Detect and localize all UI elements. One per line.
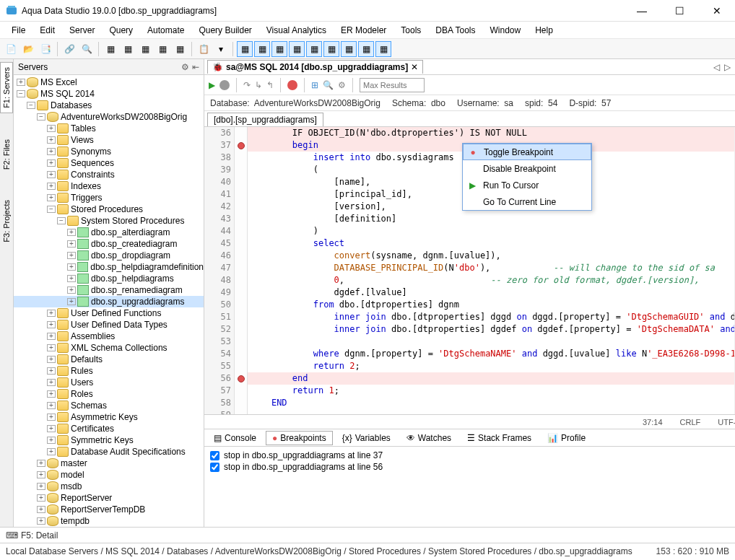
tree-node[interactable]: +Users bbox=[14, 377, 204, 388]
breakpoint-button[interactable] bbox=[287, 80, 297, 90]
debug-tab-watches[interactable]: 👁Watches bbox=[400, 431, 458, 445]
tree-node[interactable]: −MS SQL 2014 bbox=[14, 88, 204, 100]
toolbar-button[interactable]: 📂 bbox=[20, 41, 36, 57]
stop-button[interactable] bbox=[219, 80, 230, 90]
maximize-button[interactable]: ☐ bbox=[667, 5, 692, 17]
toolbar-view-button[interactable]: ▦ bbox=[289, 41, 305, 57]
toolbar-button[interactable]: ▦ bbox=[172, 41, 188, 57]
debug-tab-console[interactable]: ▤Console bbox=[207, 431, 263, 445]
toolbar-button[interactable]: 🔍 bbox=[79, 41, 95, 57]
tree-node[interactable]: +Synonyms bbox=[14, 146, 204, 157]
tree-node[interactable]: +tempdb bbox=[14, 515, 204, 527]
prev-tab-icon[interactable]: ◁ bbox=[713, 62, 720, 72]
tree-node[interactable]: +dbo.sp_alterdiagram bbox=[14, 227, 204, 238]
tree-node[interactable]: +dbo.sp_renamediagram bbox=[14, 284, 204, 296]
max-results-input[interactable] bbox=[360, 78, 425, 92]
menu-query[interactable]: Query bbox=[103, 24, 139, 37]
toolbar-view-button[interactable]: ▦ bbox=[358, 41, 374, 57]
breakpoint-checkbox[interactable] bbox=[210, 463, 219, 472]
toolbar-button[interactable]: 📋 bbox=[196, 41, 212, 57]
tree-node[interactable]: +Certificates bbox=[14, 423, 204, 434]
menu-dba-tools[interactable]: DBA Tools bbox=[430, 24, 481, 37]
toolbar-view-button[interactable]: ▦ bbox=[375, 41, 391, 57]
tree-node[interactable]: +Views bbox=[14, 134, 204, 146]
toolbar-view-button[interactable]: ▦ bbox=[254, 41, 270, 57]
side-tab[interactable]: F3: Projects bbox=[1, 196, 12, 247]
toolbar-button[interactable]: ▦ bbox=[137, 41, 153, 57]
tree-node[interactable]: +dbo.sp_upgraddiagrams bbox=[14, 296, 204, 307]
tree-node[interactable]: +Database Audit Specifications bbox=[14, 446, 204, 458]
tree-node[interactable]: −Stored Procedures bbox=[14, 204, 204, 215]
menu-help[interactable]: Help bbox=[529, 24, 559, 37]
tree-node[interactable]: +MS Excel bbox=[14, 76, 204, 88]
toolbar-button[interactable]: 📄 bbox=[3, 41, 19, 57]
tree-node[interactable]: +Asymmetric Keys bbox=[14, 411, 204, 423]
tree-node[interactable]: +master bbox=[14, 458, 204, 469]
toolbar-button[interactable]: ⚙ bbox=[338, 80, 346, 90]
menu-tools[interactable]: Tools bbox=[395, 24, 427, 37]
tree-node[interactable]: +Triggers bbox=[14, 192, 204, 204]
toolbar-view-button[interactable]: ▦ bbox=[306, 41, 322, 57]
tree-node[interactable]: +model bbox=[14, 469, 204, 481]
debug-tab-breakpoints[interactable]: ●Breakpoints bbox=[266, 431, 333, 445]
menu-window[interactable]: Window bbox=[484, 24, 527, 37]
menu-visual-analytics[interactable]: Visual Analytics bbox=[261, 24, 332, 37]
breakpoint-item[interactable]: stop in dbo.sp_upgraddiagrams at line 56 bbox=[210, 461, 735, 473]
side-tab[interactable]: F1: Servers bbox=[0, 62, 13, 113]
tree-node[interactable]: +dbo.sp_helpdiagrams bbox=[14, 273, 204, 284]
editor-tab[interactable]: 🐞 sa@MS SQL 2014 [dbo.sp_upgraddiagrams]… bbox=[207, 60, 423, 74]
toolbar-button[interactable]: 🔍 bbox=[323, 80, 334, 90]
tree-node[interactable]: −Databases bbox=[14, 100, 204, 111]
toolbar-view-button[interactable]: ▦ bbox=[237, 41, 253, 57]
tree-node[interactable]: +Defaults bbox=[14, 354, 204, 365]
tree-node[interactable]: −AdventureWorksDW2008BigOrig bbox=[14, 111, 204, 123]
tree-node[interactable]: +Sequences bbox=[14, 157, 204, 169]
tree-node[interactable]: +dbo.sp_helpdiagramdefinition bbox=[14, 261, 204, 273]
menu-er-modeler[interactable]: ER Modeler bbox=[335, 24, 392, 37]
breakpoint-marker[interactable] bbox=[238, 142, 245, 149]
menu-automate[interactable]: Automate bbox=[142, 24, 190, 37]
menu-server[interactable]: Server bbox=[64, 24, 100, 37]
context-menu[interactable]: ●Toggle BreakpointDisable Breakpoint▶Run… bbox=[462, 143, 592, 211]
tree-node[interactable]: +User Defined Data Types bbox=[14, 319, 204, 331]
breakpoint-item[interactable]: stop in dbo.sp_upgraddiagrams at line 37 bbox=[210, 450, 735, 461]
next-tab-icon[interactable]: ▷ bbox=[724, 62, 731, 72]
tree-node[interactable]: +msdb bbox=[14, 481, 204, 492]
toolbar-button[interactable]: 🔗 bbox=[61, 41, 77, 57]
close-tab-icon[interactable]: ✕ bbox=[411, 62, 418, 72]
toolbar-button[interactable]: 📑 bbox=[38, 41, 53, 57]
tree-node[interactable]: +Roles bbox=[14, 388, 204, 400]
debug-tab-variables[interactable]: {x}Variables bbox=[336, 431, 397, 445]
gear-icon[interactable]: ⚙ bbox=[181, 62, 189, 72]
tree-node[interactable]: +Schemas bbox=[14, 400, 204, 411]
tree-node[interactable]: +Tables bbox=[14, 123, 204, 134]
tree-node[interactable]: +User Defined Functions bbox=[14, 307, 204, 319]
step-out-button[interactable]: ↰ bbox=[266, 80, 274, 90]
step-over-button[interactable]: ↷ bbox=[243, 80, 251, 90]
tree-node[interactable]: +Rules bbox=[14, 365, 204, 377]
step-into-button[interactable]: ↳ bbox=[255, 80, 262, 90]
menu-edit[interactable]: Edit bbox=[34, 24, 61, 37]
tree-node[interactable]: +Constraints bbox=[14, 169, 204, 180]
toolbar-dropdown[interactable]: ▾ bbox=[213, 41, 229, 57]
toolbar-view-button[interactable]: ▦ bbox=[323, 41, 339, 57]
toolbar-button[interactable]: ▦ bbox=[155, 41, 170, 57]
debug-tab-stack-frames[interactable]: ☰Stack Frames bbox=[461, 431, 538, 445]
tree-node[interactable]: +Indexes bbox=[14, 180, 204, 192]
inner-tab[interactable]: [dbo].[sp_upgraddiagrams] bbox=[207, 113, 323, 126]
tree-node[interactable]: +dbo.sp_dropdiagram bbox=[14, 250, 204, 261]
toolbar-button[interactable]: ▦ bbox=[120, 41, 136, 57]
toolbar-button[interactable]: ⊞ bbox=[311, 80, 318, 90]
breakpoint-column[interactable] bbox=[235, 127, 248, 414]
tree-node[interactable]: +Symmetric Keys bbox=[14, 434, 204, 446]
toolbar-button[interactable]: ▦ bbox=[103, 41, 118, 57]
context-menu-item[interactable]: Go To Current Line bbox=[463, 193, 591, 210]
breakpoint-checkbox[interactable] bbox=[210, 451, 219, 460]
toolbar-view-button[interactable]: ▦ bbox=[341, 41, 357, 57]
minimize-button[interactable]: — bbox=[630, 5, 654, 17]
tree-node[interactable]: −System Stored Procedures bbox=[14, 215, 204, 227]
tree-node[interactable]: +dbo.sp_creatediagram bbox=[14, 238, 204, 250]
context-menu-item[interactable]: ▶Run To Cursor bbox=[463, 177, 591, 193]
menu-query-builder[interactable]: Query Builder bbox=[193, 24, 257, 37]
breakpoints-list[interactable]: stop in dbo.sp_upgraddiagrams at line 37… bbox=[204, 447, 735, 527]
